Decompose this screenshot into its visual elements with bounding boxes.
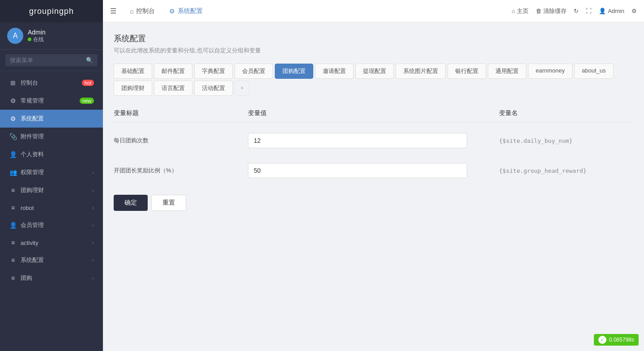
sidebar-item-robot[interactable]: ≡ robot ‹ <box>0 199 103 216</box>
tab-invite[interactable]: 邀请配置 <box>315 64 354 79</box>
chevron-left-icon: ‹ <box>92 205 94 210</box>
tab-earnmoney[interactable]: earnmoney <box>528 64 572 79</box>
confirm-button[interactable]: 确定 <box>114 195 148 211</box>
system-icon: ≡ <box>9 257 17 264</box>
avatar: A <box>7 28 23 44</box>
home-icon: ⌂ <box>130 8 133 15</box>
tab-activity-config[interactable]: 活动配置 <box>194 81 233 96</box>
page-title-area: 系统配置 可以在此增改系统的变量和分组,也可以自定义分组和变量 <box>114 33 633 55</box>
new-badge: new <box>80 98 94 104</box>
sidebar-menu: ⊞ 控制台 hot ⚙ 常规管理 new ⚙ 系统配置 📎 附件管理 <box>0 71 103 351</box>
row-label: 每日团购次数 <box>114 137 248 145</box>
dashboard-icon: ⊞ <box>9 79 17 86</box>
tab-image[interactable]: 系统图片配置 <box>396 64 446 79</box>
tab-general[interactable]: 通用配置 <box>488 64 526 79</box>
admin-action[interactable]: 👤 Admin <box>599 8 624 14</box>
sidebar: groupingph A Admin 在线 🔍 ⊞ 控制台 hot <box>0 0 103 351</box>
col-header-varname: 变量名 <box>499 109 633 117</box>
activity-icon: ≡ <box>9 239 17 246</box>
tab-bank[interactable]: 银行配置 <box>448 64 486 79</box>
hot-badge: hot <box>82 80 94 86</box>
tab-dict[interactable]: 字典配置 <box>194 64 233 79</box>
sidebar-item-dashboard[interactable]: ⊞ 控制台 hot <box>0 74 103 92</box>
row-label: 开团团长奖励比例（%） <box>114 167 248 175</box>
user-status: 在线 <box>28 36 46 43</box>
check-icon: ✓ <box>598 336 606 344</box>
system-config-icon: ⚙ <box>9 115 17 122</box>
page-title: 系统配置 <box>114 33 633 44</box>
refresh-action[interactable]: ↻ <box>574 8 579 14</box>
trash-icon: 🗑 <box>536 8 542 14</box>
user-icon: 👤 <box>599 8 606 14</box>
sidebar-item-label: 常规管理 <box>21 97 44 105</box>
attachment-icon: 📎 <box>9 133 17 140</box>
performance-badge: ✓ 0.085798s <box>594 334 639 346</box>
sidebar-item-profile[interactable]: 👤 个人资料 <box>0 146 103 163</box>
home-icon: ⌂ <box>512 8 515 14</box>
sidebar-item-permission[interactable]: 👥 权限管理 ‹ <box>0 163 103 181</box>
gear-icon: ⚙ <box>169 8 175 15</box>
main-area: ☰ ⌂ 控制台 ⚙ 系统配置 ⌂ 主页 🗑 清除缓存 <box>103 0 644 351</box>
user-info: Admin 在线 <box>28 29 46 43</box>
sidebar-item-label: 个人资料 <box>21 150 44 158</box>
member-icon: 👤 <box>9 222 17 229</box>
breadcrumb-tabs: ⌂ 控制台 ⚙ 系统配置 <box>124 4 209 19</box>
refresh-icon: ↻ <box>574 8 579 14</box>
reset-button[interactable]: 重置 <box>151 195 186 211</box>
table-row: 开团团长奖励比例（%） {$site.group_head_reward} <box>114 158 633 184</box>
sidebar-item-label: 会员管理 <box>21 221 44 229</box>
sidebar-item-member[interactable]: 👤 会员管理 ‹ <box>0 216 103 234</box>
home-action[interactable]: ⌂ 主页 <box>512 7 529 15</box>
settings-action[interactable]: ⚙ <box>631 8 637 14</box>
group-head-reward-input[interactable] <box>248 163 467 178</box>
sidebar-item-label: 附件管理 <box>21 133 44 141</box>
tab-withdrawal[interactable]: 提现配置 <box>355 64 394 79</box>
permission-icon: 👥 <box>9 169 17 176</box>
search-icon: 🔍 <box>86 57 93 64</box>
sidebar-item-general[interactable]: ⚙ 常规管理 new <box>0 92 103 110</box>
user-name: Admin <box>28 29 46 36</box>
sidebar-item-group-buy[interactable]: ≡ 团购 ‹ <box>0 269 103 287</box>
sidebar-item-group-finance[interactable]: ≡ 团购理财 ‹ <box>0 181 103 199</box>
row-varname: {$site.group_head_reward} <box>499 167 633 174</box>
page-subtitle: 可以在此增改系统的变量和分组,也可以自定义分组和变量 <box>114 47 633 55</box>
config-tabs: 基础配置 邮件配置 字典配置 会员配置 团购配置 邀请配置 提现配置 系统图片配… <box>114 64 633 96</box>
tab-dashboard[interactable]: ⌂ 控制台 <box>124 4 161 19</box>
sidebar-item-activity[interactable]: ≡ activity ‹ <box>0 234 103 251</box>
action-buttons: 确定 重置 <box>114 195 633 211</box>
tab-about[interactable]: about_us <box>574 64 614 79</box>
chevron-left-icon: ‹ <box>92 170 94 175</box>
search-input[interactable] <box>10 57 83 64</box>
daily-buy-num-input[interactable] <box>248 133 467 148</box>
robot-icon: ≡ <box>9 204 17 211</box>
sidebar-item-label: 控制台 <box>21 79 38 87</box>
settings-icon: ⚙ <box>631 8 637 14</box>
table-row: 每日团购次数 {$site.daily_buy_num} <box>114 128 633 154</box>
tab-system-config[interactable]: ⚙ 系统配置 <box>163 4 209 19</box>
fullscreen-action[interactable]: ⛶ <box>586 8 592 14</box>
sidebar-search-area: 🔍 <box>0 50 103 71</box>
tab-basic[interactable]: 基础配置 <box>114 64 152 79</box>
sidebar-item-system-config[interactable]: ⚙ 系统配置 <box>0 110 103 128</box>
chevron-left-icon: ‹ <box>92 188 94 193</box>
hamburger-icon[interactable]: ☰ <box>110 7 116 15</box>
tab-group-finance[interactable]: 团购理财 <box>114 81 152 96</box>
sidebar-item-attachment[interactable]: 📎 附件管理 <box>0 128 103 146</box>
sidebar-item-system-config2[interactable]: ≡ 系统配置 ‹ <box>0 251 103 269</box>
clear-cache-action[interactable]: 🗑 清除缓存 <box>536 7 567 15</box>
group-buy-icon: ≡ <box>9 274 17 282</box>
topnav-left: ☰ ⌂ 控制台 ⚙ 系统配置 <box>110 4 209 19</box>
tab-language[interactable]: 语言配置 <box>154 81 192 96</box>
tab-group-buy[interactable]: 团购配置 <box>275 64 313 79</box>
sidebar-item-label: 系统配置 <box>21 256 44 264</box>
search-box[interactable]: 🔍 <box>5 54 98 66</box>
status-indicator <box>28 38 31 41</box>
sidebar-item-label: 团购理财 <box>21 186 44 194</box>
tab-email[interactable]: 邮件配置 <box>154 64 192 79</box>
tab-member[interactable]: 会员配置 <box>235 64 273 79</box>
chevron-left-icon: ‹ <box>92 257 94 263</box>
chevron-left-icon: ‹ <box>92 240 94 245</box>
config-table: 变量标题 变量值 变量名 每日团购次数 {$site.daily_buy_num… <box>114 105 633 211</box>
sidebar-item-label: robot <box>21 205 34 211</box>
add-tab-button[interactable]: + <box>235 81 250 96</box>
